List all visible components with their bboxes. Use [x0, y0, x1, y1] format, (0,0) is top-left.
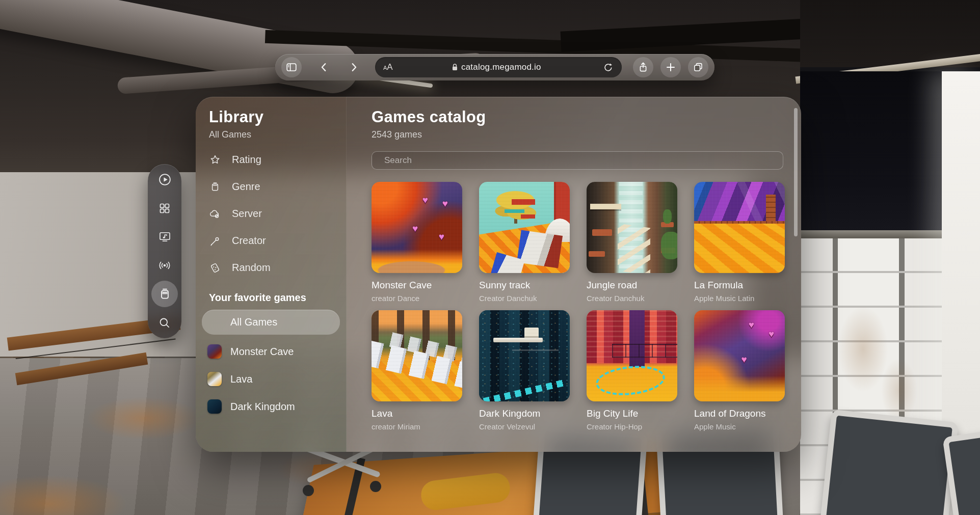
filter-label: Rating [232, 154, 261, 166]
game-thumbnail [207, 372, 222, 386]
game-title: La Formula [694, 279, 785, 291]
text-size-large: A [387, 62, 392, 72]
game-card-monster-cave[interactable]: ♥ ♥ ♥ ♥ Monster Cave creator Dance [372, 182, 462, 303]
game-title: Monster Cave [372, 279, 462, 291]
game-art: ♥ ♥ ♥ [694, 310, 785, 401]
screen-music-icon [158, 230, 172, 243]
catalog-content: Games catalog 2543 games ♥ ♥ ♥ ♥ Monster… [347, 97, 801, 452]
game-byline: Apple Music Latin [694, 293, 785, 303]
game-card-dark-kingdom[interactable]: Dark Kingdom Creator Velzevul [479, 310, 570, 431]
reload-button[interactable] [600, 59, 617, 75]
text-size-small: A [383, 65, 387, 71]
game-thumbnail [207, 399, 222, 414]
sidebar-toggle-button[interactable] [281, 57, 302, 77]
game-byline: creator Dance [372, 293, 462, 303]
pixel-texture [372, 182, 462, 273]
control-dock [148, 164, 181, 338]
scrollbar[interactable] [794, 108, 798, 236]
pen-icon [209, 235, 221, 247]
game-card-land-of-dragons[interactable]: ♥ ♥ ♥ Land of Dragons Apple Music [694, 310, 785, 431]
game-card-lava[interactable]: Lava creator Miriam [372, 310, 462, 431]
favorite-lava[interactable]: Lava [202, 365, 340, 393]
reload-icon [603, 63, 613, 72]
game-art [694, 182, 785, 273]
plus-icon [666, 62, 676, 72]
game-byline: Creator Velzevul [479, 422, 570, 431]
game-art [479, 310, 570, 401]
favorite-label: Lava [230, 373, 252, 385]
favorite-label: Dark Kingdom [230, 401, 295, 413]
new-tab-button[interactable] [660, 57, 681, 77]
filter-genre[interactable]: Genre [209, 173, 340, 200]
share-button[interactable] [633, 57, 653, 77]
jar-icon [158, 287, 172, 301]
game-card-la-formula[interactable]: La Formula Apple Music Latin [694, 182, 785, 303]
text-size-button[interactable]: AA [383, 62, 393, 72]
chair-wheel [370, 481, 381, 492]
favorite-label: Monster Cave [230, 346, 294, 358]
filter-rating[interactable]: Rating [209, 146, 340, 173]
game-byline: Creator Hip-Hop [587, 422, 677, 431]
favorite-dark-kingdom[interactable]: Dark Kingdom [202, 393, 340, 420]
game-byline: creator Miriam [372, 422, 462, 431]
game-title: Land of Dragons [694, 408, 785, 419]
game-byline: Apple Music [694, 422, 785, 431]
forward-button[interactable] [343, 57, 364, 77]
favorites-list: All Games Monster Cave Lava Dark Kingdom [202, 310, 340, 420]
game-byline: Creator Danchuk [479, 293, 570, 303]
favorite-all-games[interactable]: All Games [202, 310, 340, 335]
filter-random[interactable]: Random [209, 254, 340, 281]
favorite-label: All Games [230, 316, 277, 328]
game-art [587, 310, 677, 401]
dock-play-button[interactable] [151, 166, 178, 193]
dice-icon [209, 262, 221, 274]
game-thumbnail [207, 344, 222, 359]
pixel-texture [479, 182, 570, 273]
dock-broadcast-button[interactable] [151, 252, 178, 279]
favorite-monster-cave[interactable]: Monster Cave [202, 338, 340, 365]
page-title: Games catalog [372, 108, 801, 126]
chevron-right-icon [348, 62, 359, 73]
dock-megamod-button[interactable] [151, 281, 178, 307]
sidebar-icon [285, 61, 298, 73]
url-display: catalog.megamod.io [452, 62, 541, 72]
dock-screen-button[interactable] [151, 224, 178, 250]
back-button[interactable] [314, 57, 334, 77]
search-input[interactable] [372, 151, 783, 170]
games-grid: ♥ ♥ ♥ ♥ Monster Cave creator Dance [372, 182, 801, 431]
game-art: ♥ ♥ ♥ ♥ [372, 182, 462, 273]
pixel-texture [694, 182, 785, 273]
game-title: Dark Kingdom [479, 408, 570, 419]
game-card-jungle-road[interactable]: Jungle road Creator Danchuk [587, 182, 677, 303]
pixel-texture [587, 182, 677, 273]
filter-list: Rating Genre Server [209, 146, 340, 281]
dock-apps-button[interactable] [151, 195, 178, 222]
filter-creator[interactable]: Creator [209, 227, 340, 254]
game-card-sunny-track[interactable]: Sunny track Creator Danchuk [479, 182, 570, 303]
sidebar-title: Library [209, 108, 340, 126]
favorites-heading: Your favorite games [209, 291, 340, 304]
screen: AA catalog.megamod.io [0, 0, 980, 515]
dock-search-button[interactable] [151, 310, 178, 336]
game-art [479, 182, 570, 273]
game-card-big-city-life[interactable]: Big City Life Creator Hip-Hop [587, 310, 677, 431]
chair-wheel [303, 485, 314, 496]
game-art [587, 182, 677, 273]
address-bar[interactable]: AA catalog.megamod.io [375, 57, 622, 77]
filter-label: Creator [232, 235, 266, 247]
search-icon [158, 316, 171, 330]
browser-toolbar: AA catalog.megamod.io [275, 54, 714, 80]
filter-server[interactable]: Server [209, 200, 340, 227]
pixel-texture [694, 310, 785, 401]
tabs-button[interactable] [688, 57, 708, 77]
office-chair [820, 410, 959, 515]
play-icon [158, 173, 172, 186]
pixel-texture [587, 310, 677, 401]
sidebar-subtitle: All Games [209, 129, 340, 140]
share-icon [638, 62, 649, 73]
megamod-window: Library All Games Rating Genre [196, 97, 801, 452]
lock-icon [452, 64, 458, 71]
url-text: catalog.megamod.io [461, 62, 541, 72]
jar-icon [209, 181, 221, 193]
game-title: Sunny track [479, 279, 570, 291]
